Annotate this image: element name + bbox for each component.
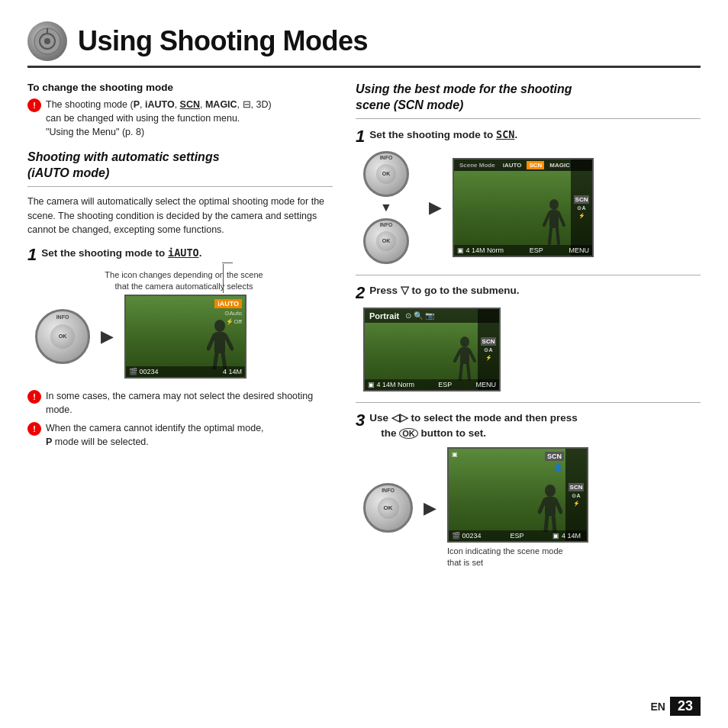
- screen2-bottom-right: MENU: [569, 246, 590, 254]
- quality: 4 14M: [223, 368, 242, 375]
- screen2-bottom-left: ▣ 4 14M Norm: [457, 246, 504, 254]
- portrait-right-panel: SCN ⊙A ⚡: [478, 309, 499, 390]
- flash-icon: ⚡Off: [226, 318, 242, 325]
- auto-icon-4: ⊙A: [572, 493, 580, 499]
- svg-line-19: [469, 350, 475, 361]
- page: Using Shooting Modes To change the shoot…: [0, 0, 728, 728]
- auto-section-heading: Shooting with automatic settings (iAUTO …: [27, 150, 333, 182]
- right-step-3: 3 Use ◁▷ to select the mode and then pre…: [356, 411, 701, 569]
- callout-line-vertical: [223, 264, 224, 293]
- change-note-text: The shooting mode (P, iAUTO, SCN, MAGIC,…: [46, 98, 272, 139]
- step2-diagram: Portrait ⊙ 🔍 📷 SCN ⊙A ⚡ ▣ 4 14M Norm ESP…: [363, 308, 701, 391]
- dial-wrapper: OK INFO: [35, 309, 90, 364]
- camera-screen-1: iAUTO ⊙Auto ⚡Off 🎬 00234 4 14M: [124, 295, 246, 378]
- dial-bottom: OK INFO: [363, 218, 409, 264]
- camera-dial: OK INFO: [35, 309, 90, 364]
- left-step-1-diagram: The icon changes depending on the scene …: [35, 269, 333, 378]
- screen2-bottom: ▣ 4 14M Norm ESP MENU: [454, 245, 592, 256]
- tab-scn: SCN: [527, 161, 544, 169]
- note-icon-1: !: [27, 98, 41, 112]
- right-column: Using the best mode for the shooting sce…: [356, 82, 701, 580]
- scn-badge-4: SCN: [569, 483, 585, 491]
- scn-badge-2: SCN: [481, 337, 497, 346]
- info-label-4: INFO: [382, 488, 395, 493]
- auto-icon-3: ⊙A: [484, 347, 492, 353]
- change-mode-heading: To change the shooting mode: [27, 82, 333, 93]
- page-number: 23: [670, 697, 701, 716]
- note-icon-2: !: [27, 390, 41, 404]
- arrow-right-3: ▶: [424, 498, 436, 518]
- portrait-bottom-mid: ESP: [438, 381, 452, 388]
- portrait-bottom: ▣ 4 14M Norm ESP MENU: [365, 379, 499, 390]
- svg-line-27: [553, 516, 555, 531]
- screen-bottom: 🎬 00234 4 14M: [126, 366, 245, 377]
- right-step-2: 2 Press ▽ to go to the submenu.: [356, 283, 701, 391]
- left-step-1: 1 Set the shooting mode to iAUTO. The ic…: [27, 245, 333, 378]
- svg-point-2: [44, 38, 50, 44]
- svg-point-10: [549, 199, 559, 210]
- callout-line-horizontal: [222, 263, 233, 263]
- right-step-3-label: 3 Use ◁▷ to select the mode and then pre…: [356, 411, 701, 442]
- camera-screen-2: Scene Mode iAUTO SCN MAGIC SCN ⊙A ⚡: [453, 158, 594, 257]
- arrow-right-2: ▶: [429, 198, 442, 217]
- left-note-1-text: In some cases, the camera may not select…: [46, 389, 333, 417]
- person-silhouette-2: [543, 199, 565, 245]
- double-dial: OK INFO ▼ OK INFO: [363, 151, 409, 264]
- left-note-2-text: When the camera cannot identify the opti…: [46, 421, 264, 449]
- person-silhouette-4: [538, 485, 562, 532]
- section-icon: [27, 21, 67, 61]
- right-section-divider: [356, 118, 701, 119]
- note-icon-3: !: [27, 422, 41, 436]
- screen3-top-info: ▣: [452, 451, 458, 458]
- flash-icon-3: ⚡: [485, 355, 492, 361]
- left-column: To change the shooting mode ! The shooti…: [27, 82, 333, 580]
- tab-iauto: iAUTO: [501, 161, 524, 169]
- step3-diagram: OK INFO ▶: [363, 447, 701, 569]
- auto-icon: ⊙Auto: [224, 310, 242, 317]
- screen2-bottom-mid: ESP: [530, 246, 543, 254]
- screen-badges: iAUTO ⊙Auto ⚡Off: [214, 299, 242, 325]
- tab-magic: MAGIC: [547, 161, 572, 169]
- change-note-block: ! The shooting mode (P, iAUTO, SCN, MAGI…: [27, 98, 333, 139]
- left-note-2: ! When the camera cannot identify the op…: [27, 421, 333, 449]
- down-arrow: ▼: [363, 201, 409, 214]
- iauto-badge: iAUTO: [214, 299, 242, 308]
- screen3-bottom: 🎬 00234 ESP ▣ 4 14M: [449, 530, 587, 541]
- right-step-1-label: 1 Set the shooting mode to SCN.: [356, 127, 701, 145]
- screen-1-wrapper: iAUTO ⊙Auto ⚡Off 🎬 00234 4 14M: [124, 295, 246, 378]
- scene-label: Scene Mode: [457, 161, 498, 169]
- callout-text: The icon changes depending on the scene …: [35, 269, 333, 292]
- svg-line-21: [468, 364, 469, 379]
- dial-inner: OK: [50, 324, 75, 349]
- info-label-2: INFO: [380, 155, 393, 160]
- screen3-right-panel: SCN ⊙A ⚡: [565, 449, 587, 541]
- icon-caption: Icon indicating the scene mode that is s…: [447, 546, 588, 569]
- person-silhouette: [207, 320, 234, 369]
- camera-screen-3: SCN ▣ 👤 SCN ⊙A ⚡ 🎬 00234: [447, 447, 588, 543]
- svg-line-25: [556, 500, 561, 512]
- svg-point-22: [545, 485, 556, 497]
- svg-line-13: [559, 213, 564, 225]
- flash-icon-2: ⚡: [578, 213, 585, 219]
- svg-line-7: [225, 335, 232, 349]
- frame-count: 🎬 00234: [129, 368, 159, 375]
- svg-line-18: [455, 350, 460, 361]
- person-silhouette-3: [453, 337, 476, 381]
- screen3-bottom-mid: ESP: [511, 532, 524, 540]
- flash-icon-4: ⚡: [573, 501, 580, 507]
- content-columns: To change the shooting mode ! The shooti…: [27, 82, 701, 580]
- arrow-right-1: ▶: [101, 327, 114, 346]
- screen2-right-panel: SCN ⊙A ⚡: [571, 159, 592, 256]
- screen3-bottom-left: 🎬 00234: [452, 532, 482, 540]
- auto-section-body: The camera will automatically select the…: [27, 195, 333, 237]
- scene-icon-indicator: 👤: [554, 464, 562, 472]
- svg-line-20: [460, 364, 462, 379]
- dial-bottom-inner: OK: [376, 231, 396, 251]
- right-step-1-diagram: OK INFO ▼ OK INFO ▶: [363, 151, 701, 264]
- svg-line-14: [549, 228, 551, 243]
- dial-step3-inner: OK: [378, 498, 399, 519]
- left-step-1-label: 1 Set the shooting mode to iAUTO.: [27, 245, 333, 263]
- dial-top: OK INFO: [363, 151, 409, 197]
- portrait-bottom-right: MENU: [476, 381, 497, 388]
- svg-line-26: [546, 516, 547, 531]
